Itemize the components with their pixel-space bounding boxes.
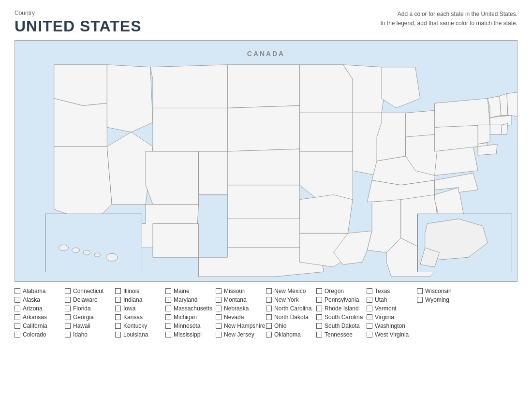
state-new-mexico[interactable]	[153, 223, 199, 257]
legend-item: Texas	[367, 288, 417, 294]
hawaii-main-island[interactable]	[106, 253, 118, 261]
state-checkbox-michigan[interactable]	[165, 314, 171, 320]
state-checkbox-tennessee[interactable]	[316, 332, 322, 338]
state-checkbox-washington[interactable]	[367, 323, 372, 329]
state-checkbox-kansas[interactable]	[115, 314, 121, 320]
state-checkbox-maine[interactable]	[165, 288, 171, 294]
state-checkbox-california[interactable]	[15, 323, 20, 329]
state-north-dakota[interactable]	[227, 65, 299, 108]
state-checkbox-south-dakota[interactable]	[316, 323, 322, 329]
page-header: Country UNITED STATES Add a color for ea…	[15, 10, 517, 35]
state-oklahoma[interactable]	[227, 219, 309, 248]
hawaii-island-4[interactable]	[94, 253, 100, 257]
legend-item: Georgia	[65, 314, 115, 321]
state-checkbox-rhode-island[interactable]	[316, 306, 322, 311]
state-checkbox-virginia[interactable]	[367, 314, 372, 320]
state-checkbox-utah[interactable]	[367, 297, 372, 303]
legend-item: New Hampshire	[216, 323, 266, 329]
state-idaho[interactable]	[107, 65, 153, 132]
state-checkbox-north-dakota[interactable]	[266, 314, 272, 320]
state-label-kentucky: Kentucky	[123, 323, 147, 329]
legend-column-8: WisconsinWyoming	[417, 288, 467, 338]
state-checkbox-wyoming[interactable]	[417, 297, 423, 303]
state-checkbox-new-hampshire[interactable]	[216, 323, 222, 329]
state-checkbox-north-carolina[interactable]	[266, 306, 272, 311]
state-checkbox-oklahoma[interactable]	[266, 332, 272, 338]
state-utah[interactable]	[146, 151, 199, 205]
state-checkbox-south-carolina[interactable]	[316, 314, 322, 320]
state-checkbox-missouri[interactable]	[216, 288, 222, 294]
legend-item: Kentucky	[115, 323, 165, 329]
legend-item: West Virginia	[367, 331, 417, 338]
state-checkbox-west-virginia[interactable]	[367, 332, 372, 338]
state-checkbox-new-york[interactable]	[266, 297, 272, 303]
state-label-kansas: Kansas	[123, 314, 143, 321]
state-south-dakota[interactable]	[227, 105, 299, 151]
hawaii-island-2[interactable]	[72, 248, 80, 252]
state-wyoming[interactable]	[153, 108, 227, 151]
hawaii-island-1[interactable]	[59, 245, 69, 250]
state-checkbox-iowa[interactable]	[115, 306, 121, 311]
legend-item: Virginia	[367, 314, 417, 321]
state-checkbox-pennsylvania[interactable]	[316, 297, 322, 303]
state-minnesota[interactable]	[300, 65, 353, 113]
state-checkbox-arkansas[interactable]	[15, 314, 20, 320]
legend-item: Nevada	[216, 314, 266, 321]
state-checkbox-new-mexico[interactable]	[266, 288, 272, 294]
state-new-jersey[interactable]	[478, 125, 490, 144]
state-checkbox-massachusetts[interactable]	[165, 306, 171, 311]
state-california[interactable]	[54, 147, 112, 223]
state-checkbox-maryland[interactable]	[165, 297, 171, 303]
state-checkbox-colorado[interactable]	[15, 332, 20, 338]
state-nebraska[interactable]	[227, 149, 299, 185]
state-label-georgia: Georgia	[73, 314, 94, 321]
state-checkbox-alabama[interactable]	[15, 288, 20, 294]
legend-item: Pennsylvania	[316, 296, 367, 303]
legend-item: Arizona	[15, 305, 65, 312]
state-new-york[interactable]	[435, 99, 490, 128]
state-virginia[interactable]	[435, 147, 478, 176]
state-checkbox-nevada[interactable]	[216, 314, 222, 320]
state-iowa[interactable]	[300, 113, 353, 151]
state-checkbox-vermont[interactable]	[367, 306, 372, 311]
state-checkbox-hawaii[interactable]	[65, 323, 71, 329]
state-checkbox-nebraska[interactable]	[216, 306, 222, 311]
state-washington[interactable]	[54, 65, 107, 106]
state-checkbox-connecticut[interactable]	[65, 288, 71, 294]
state-maine[interactable]	[507, 91, 517, 118]
state-checkbox-wisconsin[interactable]	[417, 288, 423, 294]
state-label-washington: Washington	[375, 323, 405, 329]
state-checkbox-texas[interactable]	[367, 288, 372, 294]
legend-column-1: ConnecticutDelawareFloridaGeorgiaHawaiiI…	[65, 288, 115, 338]
state-checkbox-kentucky[interactable]	[115, 323, 121, 329]
state-checkbox-indiana[interactable]	[115, 297, 121, 303]
state-checkbox-mississippi[interactable]	[165, 332, 171, 338]
state-montana[interactable]	[150, 65, 227, 108]
state-checkbox-minnesota[interactable]	[165, 323, 171, 329]
state-checkbox-ohio[interactable]	[266, 323, 272, 329]
state-checkbox-idaho[interactable]	[65, 332, 71, 338]
state-checkbox-oregon[interactable]	[316, 288, 322, 294]
state-checkbox-arizona[interactable]	[15, 306, 20, 311]
legend-item: Indiana	[115, 296, 165, 303]
state-pennsylvania[interactable]	[435, 125, 478, 151]
state-checkbox-delaware[interactable]	[65, 297, 71, 303]
state-checkbox-montana[interactable]	[216, 297, 222, 303]
state-oregon[interactable]	[54, 99, 107, 147]
legend-item: Mississippi	[165, 331, 216, 338]
state-label-california: California	[23, 323, 47, 329]
state-checkbox-florida[interactable]	[65, 306, 71, 311]
state-new-hampshire[interactable]	[500, 94, 508, 116]
state-checkbox-new-jersey[interactable]	[216, 332, 222, 338]
state-checkbox-georgia[interactable]	[65, 314, 71, 320]
state-checkbox-illinois[interactable]	[115, 288, 121, 294]
state-kansas[interactable]	[227, 185, 299, 219]
state-checkbox-louisiana[interactable]	[115, 332, 121, 338]
state-arkansas[interactable]	[300, 195, 353, 234]
state-connecticut[interactable]	[490, 125, 502, 134]
instructions-line2: In the legend, add that same color to ma…	[380, 20, 517, 27]
state-checkbox-alaska[interactable]	[15, 297, 20, 303]
hawaii-island-3[interactable]	[84, 250, 90, 255]
state-label-new-jersey: New Jersey	[224, 331, 254, 338]
state-rhode-island[interactable]	[501, 123, 508, 134]
